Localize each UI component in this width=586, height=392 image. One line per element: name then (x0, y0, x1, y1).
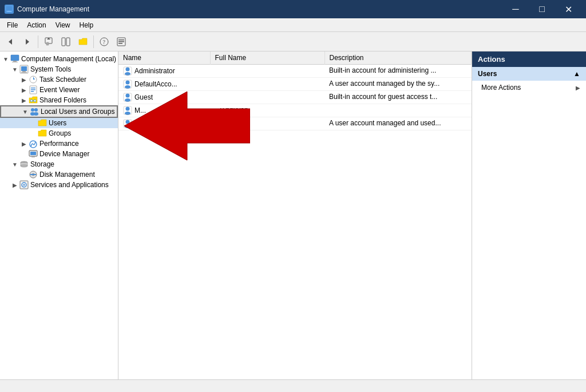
toolbar-sep-2 (93, 35, 94, 48)
svg-rect-39 (31, 156, 35, 157)
svg-marker-4 (26, 39, 29, 45)
toggle-local-users[interactable]: ▼ (21, 109, 30, 115)
toolbar-folder[interactable] (75, 34, 91, 50)
performance-icon (29, 139, 38, 148)
actions-collapse-icon[interactable]: ▲ (573, 70, 580, 78)
toggle-services-apps[interactable]: ▶ (10, 182, 19, 188)
toggle-storage[interactable]: ▼ (10, 161, 19, 168)
table-row[interactable]: Guest Built-in account for guest access … (118, 91, 472, 104)
svg-point-32 (31, 108, 34, 112)
toggle-performance[interactable]: ▶ (19, 141, 29, 147)
user-name-cell: M... (118, 104, 210, 117)
user-icon (123, 80, 132, 89)
menu-action[interactable]: Action (22, 20, 50, 30)
tree-root[interactable]: ▼ Computer Management (Local) (0, 54, 118, 64)
user-desc-cell (324, 104, 472, 117)
svg-rect-21 (22, 71, 26, 72)
table-row[interactable]: DefaultAcco... A user account managed by… (118, 78, 472, 91)
minimize-button[interactable]: ─ (502, 0, 529, 18)
svg-rect-18 (12, 62, 18, 62)
svg-point-50 (126, 68, 130, 72)
actions-section-label: Users (478, 70, 497, 78)
user-desc-cell: Built-in account for administering ... (324, 65, 472, 78)
menu-file[interactable]: File (2, 20, 22, 30)
svg-rect-8 (62, 38, 65, 46)
tree-toggle-root[interactable]: ▼ (1, 56, 10, 62)
user-name-cell: Guest (118, 91, 210, 104)
toolbar-help[interactable]: ? (96, 34, 112, 50)
user-fullname-cell (210, 117, 324, 130)
tree-users[interactable]: ▶ Users (0, 118, 118, 128)
toolbar: ? (0, 32, 586, 52)
svg-rect-9 (66, 38, 70, 46)
svg-text:?: ? (103, 39, 106, 45)
tree-local-users[interactable]: ▼ Local Users and Groups (0, 105, 118, 118)
tree-event-viewer[interactable]: ▶ Event Viewer (0, 85, 118, 95)
tree-performance-label: Performance (39, 140, 79, 148)
menu-bar: File Action View Help (0, 18, 586, 32)
col-fullname[interactable]: Full Name (210, 52, 324, 65)
actions-section-users[interactable]: Users ▲ (472, 67, 586, 81)
user-name-cell: M... (118, 117, 210, 130)
tree-disk-management[interactable]: ▶ Disk Management (0, 169, 118, 180)
close-button[interactable]: ✕ (555, 0, 581, 18)
actions-more-actions[interactable]: More Actions ▶ (472, 81, 586, 94)
svg-rect-16 (11, 55, 19, 61)
svg-point-53 (126, 81, 130, 85)
col-name[interactable]: Name (118, 52, 210, 65)
table-row[interactable]: M... ...y nguyen (118, 104, 472, 117)
event-viewer-icon (29, 85, 38, 94)
svg-marker-3 (9, 39, 12, 45)
title-bar: Computer Management ─ □ ✕ (0, 0, 586, 18)
tree-performance[interactable]: ▶ Performance (0, 138, 118, 149)
tree-storage[interactable]: ▼ Storage (0, 159, 118, 169)
maximize-button[interactable]: □ (529, 0, 555, 18)
tree-device-manager[interactable]: ▶ Device Manager (0, 149, 118, 159)
toggle-event-viewer[interactable]: ▶ (19, 87, 29, 93)
tree-disk-management-label: Disk Management (39, 171, 95, 179)
table-row[interactable]: Administrator Built-in account for admin… (118, 65, 472, 78)
svg-rect-38 (30, 152, 36, 155)
user-icon (123, 119, 132, 128)
user-icon (123, 93, 132, 102)
toggle-system-tools[interactable]: ▼ (10, 66, 19, 73)
tree-device-manager-label: Device Manager (39, 150, 89, 158)
user-fullname-cell (210, 78, 324, 91)
col-description[interactable]: Description (324, 52, 472, 65)
user-desc-cell: A user account managed and used... (324, 117, 472, 130)
menu-view[interactable]: View (51, 20, 75, 30)
user-name-cell: Administrator (118, 65, 210, 78)
system-tools-icon (19, 65, 29, 74)
toolbar-show-hide-tree[interactable] (58, 34, 74, 50)
tree-storage-label: Storage (30, 160, 54, 168)
tree-system-tools[interactable]: ▼ System Tools (0, 64, 118, 74)
svg-rect-20 (21, 66, 27, 71)
user-name-cell: DefaultAcco... (118, 78, 210, 91)
tree-task-scheduler-label: Task Scheduler (39, 76, 86, 84)
tree-services-apps[interactable]: ▶ Services and Applications (0, 180, 118, 190)
tree-shared-folders[interactable]: ▶ Shared Folders (0, 95, 118, 105)
toolbar-properties[interactable] (113, 34, 129, 50)
user-icon (123, 106, 132, 115)
actions-panel: Actions Users ▲ More Actions ▶ (472, 52, 586, 379)
computer-icon (10, 54, 19, 64)
toolbar-back[interactable] (2, 34, 18, 50)
tree-groups[interactable]: ▶ Groups (0, 128, 118, 138)
title-bar-controls: ─ □ ✕ (502, 0, 581, 18)
toggle-task-scheduler[interactable]: ▶ (19, 77, 29, 83)
tree-task-scheduler[interactable]: ▶ Task Scheduler (0, 74, 118, 85)
svg-rect-22 (21, 72, 27, 73)
tree-shared-folders-label: Shared Folders (39, 96, 86, 104)
svg-point-56 (126, 94, 130, 98)
toolbar-forward[interactable] (19, 34, 35, 50)
toolbar-up[interactable] (41, 34, 57, 50)
groups-folder-icon (38, 129, 47, 138)
users-table: Name Full Name Description (118, 52, 472, 130)
table-row[interactable]: M... A user account managed and used... (118, 117, 472, 130)
toolbar-sep-1 (38, 35, 38, 48)
more-actions-label: More Actions (481, 84, 521, 92)
menu-help[interactable]: Help (75, 20, 98, 30)
more-actions-arrow: ▶ (576, 85, 580, 91)
tree-users-label: Users (49, 119, 66, 127)
toggle-shared-folders[interactable]: ▶ (19, 97, 29, 104)
